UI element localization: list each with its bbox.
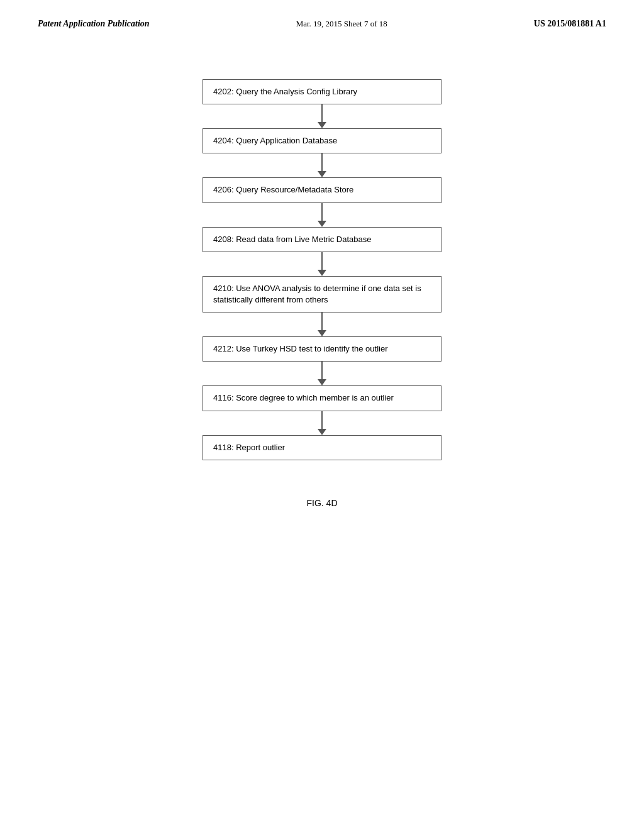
flow-box-1: 4202: Query the Analysis Config Library [203, 79, 441, 104]
arrow-2 [318, 153, 326, 177]
arrow-head [318, 270, 326, 276]
flow-box-4: 4208: Read data from Live Metric Databas… [203, 227, 441, 252]
page-header: Patent Application Publication Mar. 19, … [0, 0, 644, 42]
arrow-line [321, 203, 323, 221]
flow-box-3: 4206: Query Resource/Metadata Store [203, 177, 441, 202]
arrow-line [321, 313, 323, 330]
arrow-head [318, 171, 326, 177]
arrow-7 [318, 411, 326, 435]
arrow-head [318, 330, 326, 336]
arrow-5 [318, 313, 326, 336]
arrow-head [318, 379, 326, 385]
flow-box-2: 4204: Query Application Database [203, 128, 441, 153]
arrow-line [321, 252, 323, 270]
arrow-1 [318, 104, 326, 128]
flow-box-6: 4212: Use Turkey HSD test to identify th… [203, 336, 441, 362]
arrow-4 [318, 252, 326, 276]
flow-box-5: 4210: Use ANOVA analysis to determine if… [203, 276, 441, 313]
arrow-line [321, 362, 323, 379]
header-center: Mar. 19, 2015 Sheet 7 of 18 [296, 19, 387, 29]
header-left: Patent Application Publication [38, 19, 150, 29]
arrow-3 [318, 203, 326, 227]
arrow-head [318, 221, 326, 227]
diagram-container: 4202: Query the Analysis Config Library … [0, 54, 644, 533]
arrow-line [321, 104, 323, 122]
flow-box-8: 4118: Report outlier [203, 435, 441, 460]
arrow-line [321, 153, 323, 171]
figure-label: FIG. 4D [306, 498, 337, 508]
arrow-line [321, 411, 323, 429]
arrow-head [318, 122, 326, 128]
header-right: US 2015/081881 A1 [534, 19, 606, 29]
arrow-6 [318, 362, 326, 385]
arrow-head [318, 429, 326, 435]
page: Patent Application Publication Mar. 19, … [0, 0, 644, 830]
flow-box-7: 4116: Score degree to which member is an… [203, 385, 441, 411]
